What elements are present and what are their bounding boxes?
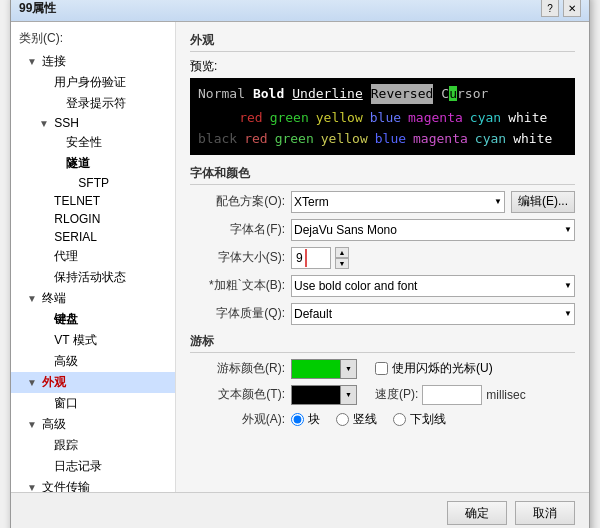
sidebar-item-tracking[interactable]: 跟踪: [11, 435, 175, 456]
main-window: 99属性 ? ✕ 类别(C): ▼ 连接 用户身份验证 登录提示符 ▼ SSH: [10, 0, 590, 528]
sidebar-item-appearance[interactable]: ▼ 外观: [11, 372, 175, 393]
radio-block-input[interactable]: [291, 413, 304, 426]
sidebar-item-proxy[interactable]: 代理: [11, 246, 175, 267]
sidebar-item-tunnel[interactable]: 隧道: [11, 153, 175, 174]
sidebar-item-log[interactable]: 日志记录: [11, 456, 175, 477]
right-panel: 外观 预览: Normal Bold Underline Reversed Cu…: [176, 22, 589, 492]
text-color-swatch-wrap: ▼: [291, 385, 357, 405]
speed-input[interactable]: [422, 385, 482, 405]
edit-button[interactable]: 编辑(E)...: [511, 191, 575, 213]
color-scheme-select[interactable]: XTerm: [294, 192, 502, 212]
sidebar-item-vt-mode[interactable]: VT 模式: [11, 330, 175, 351]
bold-text-select[interactable]: Use bold color and font Use bold color o…: [294, 276, 572, 296]
cursor-title: 游标: [190, 333, 575, 353]
expand-icon: ▼: [27, 419, 39, 430]
font-size-label: 字体大小(S):: [190, 249, 285, 266]
cancel-button[interactable]: 取消: [515, 501, 575, 525]
preview-cyan2: cyan: [475, 129, 506, 149]
text-color-dropdown-button[interactable]: ▼: [341, 385, 357, 405]
appearance-radio-group: 块 竖线 下划线: [291, 411, 446, 428]
bottom-bar: 确定 取消: [11, 492, 589, 528]
radio-vline-input[interactable]: [336, 413, 349, 426]
bold-text-row: *加粗`文本(B): Use bold color and font Use b…: [190, 275, 575, 297]
sidebar-item-advanced[interactable]: 高级: [11, 351, 175, 372]
sidebar-item-advanced2[interactable]: ▼ 高级: [11, 414, 175, 435]
preview-green2: green: [275, 129, 314, 149]
preview-box: Normal Bold Underline Reversed Cursor re…: [190, 78, 575, 155]
speed-label: 速度(P):: [375, 386, 418, 403]
sidebar-item-user-auth[interactable]: 用户身份验证: [11, 72, 175, 93]
cursor-color-swatch-wrap: ▼: [291, 359, 357, 379]
cursor-color-label: 游标颜色(R):: [190, 360, 285, 377]
preview-red2: red: [244, 129, 267, 149]
sidebar-item-keepalive[interactable]: 保持活动状态: [11, 267, 175, 288]
bold-text-select-wrapper[interactable]: Use bold color and font Use bold color o…: [291, 275, 575, 297]
radio-block: 块: [291, 411, 320, 428]
sidebar-item-security[interactable]: 安全性: [11, 132, 175, 153]
expand-icon: ▼: [27, 377, 39, 388]
expand-icon: ▼: [27, 482, 39, 492]
preview-label: 预览:: [190, 58, 575, 75]
text-color-row: 文本颜色(T): ▼ 速度(P): millisec: [190, 385, 575, 405]
preview-magenta2: magenta: [413, 129, 468, 149]
sidebar-item-ssh[interactable]: ▼ SSH: [11, 114, 175, 132]
radio-underline-input[interactable]: [393, 413, 406, 426]
window-title: 99属性: [19, 0, 56, 17]
ok-button[interactable]: 确定: [447, 501, 507, 525]
preview-red: red: [239, 108, 262, 128]
font-size-box: 9: [291, 247, 331, 269]
sidebar-item-rlogin[interactable]: RLOGIN: [11, 210, 175, 228]
cursor-divider: [305, 249, 307, 267]
font-size-down-button[interactable]: ▼: [335, 258, 349, 269]
sidebar-item-login-prompt[interactable]: 登录提示符: [11, 93, 175, 114]
sidebar-item-terminal[interactable]: ▼ 终端: [11, 288, 175, 309]
sidebar-item-sftp[interactable]: SFTP: [11, 174, 175, 192]
expand-icon: ▼: [27, 56, 39, 67]
font-size-row: 字体大小(S): 9 ▲ ▼: [190, 247, 575, 269]
speed-wrap: 速度(P): millisec: [375, 385, 526, 405]
preview-line3-colors: black red green yellow blue magenta cyan…: [198, 129, 567, 149]
close-button[interactable]: ✕: [563, 0, 581, 17]
sidebar-item-keyboard[interactable]: 键盘: [11, 309, 175, 330]
section-title: 外观: [190, 32, 575, 52]
sidebar-item-telnet[interactable]: TELNET: [11, 192, 175, 210]
font-quality-select[interactable]: Default: [294, 304, 572, 324]
cursor-color-swatch[interactable]: [291, 359, 341, 379]
radio-underline-label: 下划线: [410, 411, 446, 428]
preview-underline: Underline: [292, 84, 362, 104]
use-blink-label: 使用闪烁的光标(U): [392, 360, 493, 377]
preview-green: green: [270, 108, 309, 128]
cursor-color-dropdown-button[interactable]: ▼: [341, 359, 357, 379]
font-size-up-button[interactable]: ▲: [335, 247, 349, 258]
font-quality-select-wrapper[interactable]: Default ▼: [291, 303, 575, 325]
preview-magenta: magenta: [408, 108, 463, 128]
color-scheme-select-wrapper[interactable]: XTerm ▼: [291, 191, 505, 213]
font-size-spinner: ▲ ▼: [335, 247, 349, 269]
sidebar-item-connect[interactable]: ▼ 连接: [11, 51, 175, 72]
font-size-wrap: 9 ▲ ▼: [291, 247, 349, 269]
preview-cyan: cyan: [470, 108, 501, 128]
use-blink-checkbox[interactable]: [375, 362, 388, 375]
radio-vline: 竖线: [336, 411, 377, 428]
font-name-select-wrapper[interactable]: DejaVu Sans Mono ▼: [291, 219, 575, 241]
preview-line1: Normal Bold Underline Reversed Cursor: [198, 84, 567, 104]
preview-line2-colors: red green yellow blue magenta cyan white: [198, 108, 567, 128]
cursor-color-row: 游标颜色(R): ▼ 使用闪烁的光标(U): [190, 359, 575, 379]
text-color-swatch[interactable]: [291, 385, 341, 405]
expand-icon: ▼: [27, 293, 39, 304]
sidebar-item-window[interactable]: 窗口: [11, 393, 175, 414]
font-name-label: 字体名(F):: [190, 221, 285, 238]
sidebar-item-file-transfer[interactable]: ▼ 文件传输: [11, 477, 175, 492]
preview-normal: Normal: [198, 84, 245, 104]
millisec-label: millisec: [486, 388, 525, 402]
expand-icon: ▼: [39, 118, 51, 129]
sidebar-item-serial[interactable]: SERIAL: [11, 228, 175, 246]
preview-reversed: Reversed: [371, 84, 434, 104]
cursor-section: 游标 游标颜色(R): ▼ 使用闪烁的光标(U) 文本颜色(T):: [190, 333, 575, 428]
preview-yellow2: yellow: [321, 129, 368, 149]
help-button[interactable]: ?: [541, 0, 559, 17]
titlebar: 99属性 ? ✕: [11, 0, 589, 22]
font-name-select[interactable]: DejaVu Sans Mono: [294, 220, 572, 240]
color-scheme-label: 配色方案(O):: [190, 193, 285, 210]
preview-bold: Bold: [253, 84, 284, 104]
